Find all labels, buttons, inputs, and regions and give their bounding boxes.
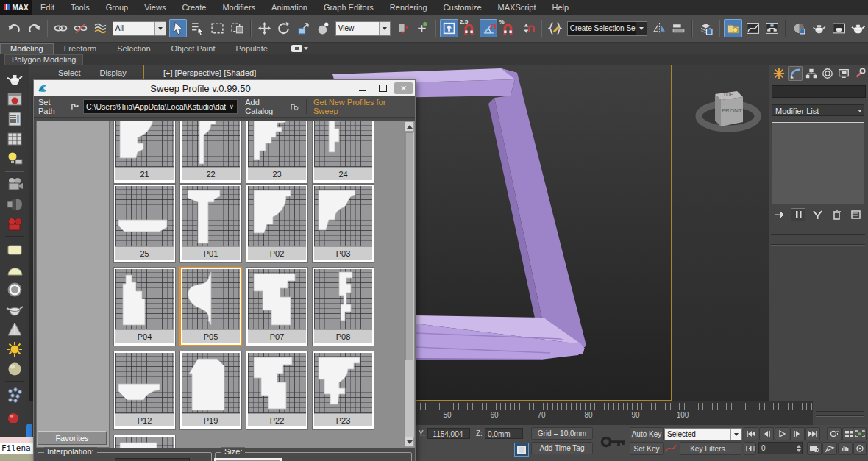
minimize-button[interactable] <box>353 82 371 94</box>
hierarchy-panel-tab[interactable] <box>804 66 819 81</box>
layer-manager-icon[interactable] <box>697 19 715 37</box>
rectangular-selection-region-icon[interactable] <box>208 19 227 37</box>
profile-cell-p07[interactable]: P07 <box>246 267 308 346</box>
time-configuration-icon[interactable] <box>807 442 822 455</box>
go-to-start-button[interactable] <box>744 427 758 440</box>
default-tangent-icon[interactable] <box>664 443 677 454</box>
maxscript-listener-pink-line[interactable] <box>0 437 33 443</box>
cone-shape-icon[interactable] <box>4 319 26 339</box>
teapot-icon[interactable] <box>4 69 26 89</box>
profile-cell-p22[interactable]: P22 <box>246 351 308 430</box>
explorer-menu-select[interactable]: Select <box>58 68 81 77</box>
menu-modifiers[interactable]: Modifiers <box>214 0 263 15</box>
named-selection-sets-dropdown[interactable]: Create Selection Se <box>567 21 647 36</box>
path-dropdown-arrow[interactable]: ∨ <box>226 103 237 110</box>
object-name-field[interactable] <box>772 85 866 98</box>
select-by-name-icon[interactable] <box>188 19 207 37</box>
mirror-icon[interactable] <box>650 19 669 37</box>
grid-panel-icon[interactable] <box>4 129 26 149</box>
motion-panel-tab[interactable] <box>820 66 835 81</box>
scrollbar-thumb[interactable] <box>405 132 413 360</box>
menu-group[interactable]: Group <box>98 0 137 15</box>
key-mode-toggle-icon[interactable] <box>744 442 756 455</box>
sphere-shape-icon[interactable] <box>4 359 26 379</box>
ribbon-config-icon[interactable] <box>291 45 308 52</box>
zoom-region-icon[interactable] <box>822 442 837 455</box>
orbit-icon[interactable] <box>853 442 867 455</box>
display-panel-tab[interactable] <box>836 66 851 81</box>
key-filters-button[interactable]: Key Filters... <box>680 442 741 455</box>
profile-grid-scrollbar[interactable] <box>404 121 415 448</box>
pan-hand-icon[interactable] <box>838 442 853 455</box>
select-and-link-icon[interactable] <box>51 19 70 37</box>
edit-named-selection-sets-icon[interactable] <box>546 19 564 37</box>
zoom-value-icon[interactable] <box>827 427 842 440</box>
window-crossing-icon[interactable] <box>228 19 246 37</box>
profile-cell-p23[interactable]: P23 <box>312 351 374 430</box>
profile-cell-25[interactable]: 25 <box>113 184 176 263</box>
utilities-panel-tab[interactable] <box>853 66 867 81</box>
menu-customize[interactable]: Customize <box>435 0 490 15</box>
create-panel-tab[interactable] <box>772 66 786 81</box>
keyboard-shortcut-override-icon[interactable] <box>440 19 458 37</box>
light-lister-icon[interactable] <box>4 149 26 168</box>
y-coordinate-field[interactable]: -1154,004 <box>427 428 470 439</box>
profile-cell-p02[interactable]: P02 <box>246 184 308 263</box>
select-and-manipulate-icon[interactable] <box>413 19 431 37</box>
select-and-place-icon[interactable] <box>314 19 332 37</box>
circle-shape-icon[interactable] <box>4 279 26 299</box>
set-key-button[interactable]: Set Key <box>630 442 664 455</box>
use-pivot-point-icon[interactable] <box>394 19 412 37</box>
scatter-icon[interactable] <box>4 385 26 404</box>
profile-cell-22[interactable]: 22 <box>179 121 242 184</box>
toggle-scene-explorer-icon[interactable] <box>724 19 742 37</box>
profile-cell-21[interactable]: 21 <box>113 121 176 184</box>
bind-to-space-warp-icon[interactable] <box>91 19 110 37</box>
frame-spinner[interactable] <box>797 443 803 454</box>
explorer-menu-display[interactable]: Display <box>100 68 127 77</box>
profile-cell-23[interactable]: 23 <box>246 121 308 184</box>
menu-views[interactable]: Views <box>136 0 174 15</box>
list-panel-icon[interactable] <box>4 109 26 129</box>
show-end-result-icon[interactable] <box>791 208 805 221</box>
snaps-toggle-icon[interactable]: 2.5 <box>460 19 478 37</box>
material-window-icon[interactable] <box>4 89 26 109</box>
camera-dark-icon[interactable] <box>4 194 26 214</box>
pin-stack-icon[interactable] <box>772 208 786 221</box>
menu-help[interactable]: Help <box>544 0 577 15</box>
render-setup-icon[interactable] <box>810 19 828 37</box>
red-ball-icon[interactable] <box>4 404 26 424</box>
profile-cell-p05[interactable]: P05 <box>179 267 242 346</box>
ribbon-tab-populate[interactable]: Populate <box>225 43 277 54</box>
maximize-button[interactable] <box>374 82 392 94</box>
align-icon[interactable] <box>669 19 688 37</box>
menu-graph-editors[interactable]: Graph Editors <box>316 0 382 15</box>
undo-icon[interactable] <box>5 19 24 37</box>
percent-snap-icon[interactable]: % <box>499 19 517 37</box>
modify-panel-tab[interactable] <box>788 66 803 81</box>
z-coordinate-field[interactable]: 0,0mm <box>485 428 523 439</box>
rectangle-shape-icon[interactable] <box>4 240 26 260</box>
viewport-label[interactable]: [+] [Perspective] [Shaded] <box>163 68 256 77</box>
selection-filter-dropdown[interactable]: All <box>113 21 166 36</box>
tab-polygon-modeling[interactable]: Polygon Modeling <box>4 54 83 65</box>
profile-cell-p04[interactable]: P04 <box>113 267 176 346</box>
menu-maxscript[interactable]: MAXScript <box>490 0 544 15</box>
set-path-button[interactable]: Set Path <box>34 98 83 115</box>
ribbon-tab-modeling[interactable]: Modeling <box>0 43 54 54</box>
profile-cell-p03[interactable]: P03 <box>312 184 374 263</box>
curve-editor-icon[interactable] <box>744 19 762 37</box>
ribbon-tab-selection[interactable]: Selection <box>107 43 160 54</box>
scroll-up-arrow[interactable] <box>405 121 414 132</box>
isolate-selection-toggle[interactable] <box>514 443 529 457</box>
profile-cell[interactable] <box>113 435 176 448</box>
next-frame-button[interactable] <box>790 427 805 440</box>
dialog-title-bar[interactable]: Sweep Profile v.0.99.50 ✕ <box>34 80 415 96</box>
menu-rendering[interactable]: Rendering <box>382 0 435 15</box>
auto-key-button[interactable]: Auto Key <box>630 427 664 440</box>
ribbon-tab-object-paint[interactable]: Object Paint <box>161 43 226 54</box>
add-time-tag-button[interactable]: Add Time Tag <box>531 442 593 454</box>
select-and-scale-icon[interactable] <box>294 19 313 37</box>
ribbon-tab-freeform[interactable]: Freeform <box>54 43 107 54</box>
scroll-down-arrow[interactable] <box>405 437 414 447</box>
